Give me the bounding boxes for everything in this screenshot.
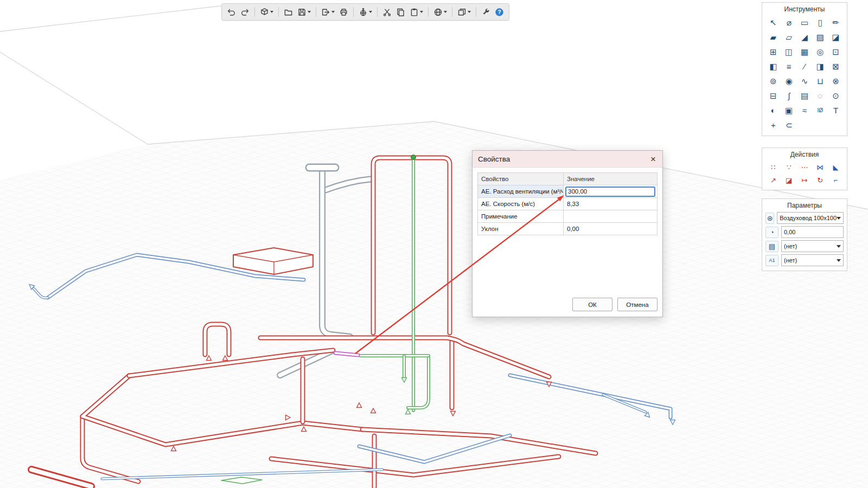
- room-tool[interactable]: ◎: [813, 45, 827, 59]
- offset-action[interactable]: ⌐: [829, 174, 843, 186]
- toolbar-separator: [353, 7, 354, 17]
- window-tool[interactable]: ⊞: [766, 45, 780, 59]
- toolbar-separator: [377, 7, 378, 17]
- object-type-select[interactable]: Воздуховод 100x100: [777, 212, 844, 224]
- camera-tool[interactable]: ⊙: [829, 89, 843, 102]
- property-label[interactable]: АЕ. Расход вентиляции (м³/ч): [478, 185, 564, 198]
- close-icon[interactable]: ×: [649, 155, 657, 164]
- line-tool[interactable]: ∕: [797, 60, 812, 73]
- wall-tool[interactable]: ▭: [797, 16, 812, 29]
- windows-button[interactable]: [456, 5, 473, 18]
- divide-action[interactable]: ⋯: [797, 161, 812, 173]
- split-action[interactable]: ◪: [782, 174, 796, 186]
- edit-nodes-action[interactable]: ∷: [766, 161, 780, 173]
- help-button[interactable]: ?: [493, 5, 506, 18]
- ramp-tool[interactable]: ◪: [829, 30, 843, 44]
- save-button[interactable]: [296, 5, 312, 18]
- property-row: Примечание: [478, 210, 658, 223]
- paste-button[interactable]: [408, 5, 425, 18]
- column-tool[interactable]: ▯: [813, 16, 827, 29]
- route-tool[interactable]: ≈: [797, 104, 812, 117]
- measure-tool[interactable]: ⌀: [782, 16, 796, 29]
- text-tool[interactable]: T: [829, 104, 843, 117]
- slope-mark-tool[interactable]: IØ: [813, 104, 827, 117]
- door-tool[interactable]: ◫: [782, 45, 796, 59]
- view-menu-button[interactable]: [258, 5, 275, 18]
- export-button[interactable]: [320, 5, 336, 18]
- dialog-titlebar[interactable]: Свойства ×: [473, 151, 662, 168]
- ceiling-tool[interactable]: ▱: [782, 30, 796, 44]
- publish-button[interactable]: [357, 5, 374, 18]
- stair-tool[interactable]: ≡: [782, 60, 796, 73]
- property-value[interactable]: 0,00: [564, 223, 658, 235]
- parameters-panel-title: Параметры: [762, 199, 847, 211]
- panel-tool[interactable]: ⊡: [829, 45, 843, 59]
- settings-button[interactable]: [480, 5, 492, 18]
- params-rows: ⊛Воздуховод 100x100◔0,00▤(нет)A1(нет): [762, 211, 847, 271]
- electric-panel-tool[interactable]: ⊟: [766, 89, 780, 102]
- web-button[interactable]: [432, 5, 449, 18]
- print-button[interactable]: [337, 5, 350, 18]
- equipment-tool[interactable]: ◉: [782, 74, 796, 88]
- pipeline-tool[interactable]: ∿: [797, 74, 812, 88]
- mark-style-select-row: A1(нет): [765, 254, 844, 266]
- cancel-button[interactable]: Отмена: [617, 298, 658, 311]
- toolbar-separator: [254, 7, 255, 17]
- copy-objects-tool[interactable]: ⊠: [829, 60, 843, 73]
- angle-icon[interactable]: ◔: [765, 227, 778, 238]
- join-action[interactable]: ⋈: [813, 161, 827, 173]
- mark-style-select[interactable]: (нет): [781, 254, 844, 266]
- select-tool[interactable]: ↖: [766, 16, 780, 29]
- undo-button[interactable]: [225, 5, 238, 18]
- wiring-tool[interactable]: ∫: [782, 89, 796, 102]
- material-icon[interactable]: ▤: [765, 241, 778, 252]
- spiral-stair-tool[interactable]: ◌: [813, 89, 827, 102]
- copy-button[interactable]: [394, 5, 407, 18]
- duct-type-icon[interactable]: ⊛: [765, 213, 774, 224]
- pen-tool[interactable]: ✏: [829, 16, 843, 29]
- extend-action[interactable]: ↦: [797, 174, 812, 186]
- material-select[interactable]: (нет): [781, 240, 844, 252]
- contour-tool[interactable]: ⊂: [782, 118, 796, 132]
- angle-input[interactable]: 0,00: [781, 226, 844, 238]
- open-button[interactable]: [282, 5, 295, 18]
- roof-tool[interactable]: ◢: [797, 30, 812, 44]
- dropdown-caret: [270, 11, 273, 13]
- drawing-sheet-tool[interactable]: ▤: [797, 89, 812, 102]
- chamfer-action[interactable]: ◣: [829, 161, 843, 173]
- floppy-icon: [297, 8, 307, 17]
- property-value[interactable]: 300,00: [564, 185, 658, 198]
- viewport-3d[interactable]: [0, 0, 868, 488]
- light-fixture-tool[interactable]: ◐: [766, 104, 780, 117]
- shaft-tool[interactable]: ◨: [813, 60, 827, 73]
- duct-tool[interactable]: ⊔: [813, 74, 827, 88]
- property-value[interactable]: [564, 210, 658, 223]
- undo-icon: [227, 8, 236, 17]
- dropdown-caret: [369, 11, 372, 13]
- opening-tool[interactable]: ◧: [766, 60, 780, 73]
- angle-input-row: ◔0,00: [765, 226, 844, 238]
- cut-button[interactable]: [381, 5, 393, 18]
- property-label[interactable]: Уклон: [478, 223, 564, 235]
- plumbing-fixture-tool[interactable]: ⊚: [766, 74, 780, 88]
- dialog-body: Свойство Значение АЕ. Расход вентиляции …: [473, 168, 662, 317]
- schedule-tool[interactable]: ▣: [782, 104, 796, 117]
- move-action[interactable]: ↗: [766, 174, 780, 186]
- label-a1-icon[interactable]: A1: [765, 255, 778, 266]
- floor-tool[interactable]: ▰: [766, 30, 780, 44]
- property-label[interactable]: АЕ. Скорость (м/с): [478, 198, 564, 210]
- redo-button[interactable]: [239, 5, 251, 18]
- property-value[interactable]: 8,33: [564, 198, 658, 210]
- main-toolbar: ?: [221, 3, 509, 21]
- snap-action[interactable]: ∵: [782, 161, 796, 173]
- hatch-tool[interactable]: ▨: [813, 30, 827, 44]
- focused-value-input[interactable]: 300,00: [565, 187, 655, 197]
- dropdown-caret: [837, 259, 841, 262]
- fitting-tool[interactable]: ⊗: [829, 74, 843, 88]
- selected-duct-segment[interactable]: [335, 353, 358, 355]
- railing-tool[interactable]: ▦: [797, 45, 812, 59]
- property-label[interactable]: Примечание: [478, 210, 564, 223]
- ok-button[interactable]: ОК: [572, 298, 612, 311]
- rotate-action[interactable]: ↻: [813, 174, 827, 186]
- axis-grid-tool[interactable]: +: [766, 118, 780, 132]
